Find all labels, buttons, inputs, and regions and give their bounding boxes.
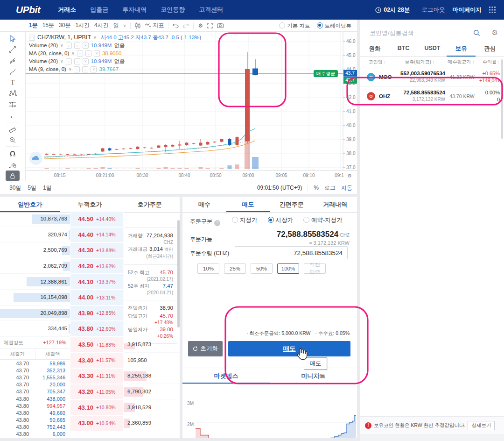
depth-tab[interactable]: 마켓뎁스: [182, 368, 270, 384]
percent-scale-toggle[interactable]: %: [314, 185, 319, 191]
interval-button[interactable]: 4시간: [94, 21, 109, 29]
chart-clock[interactable]: 09:01:50 (UTC+9): [257, 185, 302, 191]
orderbook-tab[interactable]: 누적호가: [60, 197, 119, 212]
bid-price-cell[interactable]: 43.30+11.31%: [70, 368, 124, 384]
ask-price-cell[interactable]: 43.80+12.60%: [70, 321, 124, 337]
ask-row[interactable]: 10,873,763 44.50+14.40%: [0, 211, 124, 227]
market-tab[interactable]: 관심: [476, 41, 504, 57]
brush-tool-icon[interactable]: [7, 66, 19, 78]
xabcd-pattern-tool-icon[interactable]: [7, 88, 19, 100]
quantity-input[interactable]: [235, 246, 348, 259]
basic-chart-radio[interactable]: 기본 차트: [279, 22, 310, 29]
order-type-radio[interactable]: 지정가: [232, 216, 258, 224]
search-icon[interactable]: [473, 29, 480, 36]
header-avg-price[interactable]: 매수평균가 ↕: [445, 59, 477, 65]
zoom-in-tool-icon[interactable]: [7, 135, 19, 146]
ask-row[interactable]: 2,062,709 44.20+13.62%: [0, 258, 124, 274]
order-form-tab[interactable]: 간편주문: [270, 197, 314, 212]
text-tool-icon[interactable]: T: [7, 77, 19, 88]
order-form-tab[interactable]: 거래내역: [314, 197, 357, 212]
market-tab[interactable]: BTC: [389, 41, 418, 57]
bid-price-cell[interactable]: 43.10+10.80%: [70, 399, 124, 415]
interval-button[interactable]: 15분: [42, 21, 54, 29]
undo-icon[interactable]: [173, 23, 179, 28]
bid-price-cell[interactable]: 43.50+11.83%: [70, 337, 124, 353]
bid-row[interactable]: 43.40+11.57% 105,950: [70, 353, 180, 369]
notice-detail-button[interactable]: 상세보기: [468, 421, 495, 430]
orderbook-scrollbar[interactable]: [177, 220, 180, 327]
order-type-radio[interactable]: 예약-지정가: [303, 216, 343, 224]
range-button[interactable]: 30일: [9, 184, 21, 192]
bid-row[interactable]: 43.10+10.80% 3,918,529: [70, 399, 180, 415]
interval-button[interactable]: 1시간: [75, 21, 90, 29]
nav-item[interactable]: 투자내역: [122, 6, 147, 14]
forecast-tool-icon[interactable]: [7, 99, 19, 110]
order-form-tab[interactable]: 매수: [182, 197, 226, 212]
market-tab[interactable]: 보유: [447, 41, 476, 57]
depth-tab[interactable]: 미니차트: [270, 368, 357, 384]
orderbook-tab[interactable]: 호가주문: [120, 197, 180, 212]
hide-drawings-lock-icon[interactable]: [6, 171, 20, 181]
header-holding[interactable]: 보유(평가금) ↕: [394, 59, 445, 65]
help-icon[interactable]: ?: [214, 220, 220, 226]
ruler-tool-icon[interactable]: [7, 123, 19, 135]
interval-button[interactable]: 1분: [29, 21, 38, 29]
interval-button[interactable]: 일: [113, 21, 119, 29]
ask-price-cell[interactable]: 44.10+13.37%: [70, 274, 124, 290]
coin-search-input[interactable]: [369, 29, 473, 37]
ask-price-cell[interactable]: 44.50+14.40%: [70, 211, 124, 227]
mypage-link[interactable]: 마이페이지: [453, 6, 482, 14]
orderbook-tab[interactable]: 일반호가: [0, 197, 60, 212]
coin-row[interactable]: M MOO 552,003.59076534 22,963,349 KRW 41…: [360, 68, 504, 87]
nav-item[interactable]: 입출금: [90, 6, 108, 14]
trend-line-tool-icon[interactable]: [7, 44, 19, 56]
upbit-logo[interactable]: UPbit: [16, 4, 40, 15]
bid-row[interactable]: 43.30+11.31% 8,259,188: [70, 368, 180, 384]
interval-button[interactable]: 30분: [59, 21, 70, 29]
drawing-lock-icon[interactable]: [7, 159, 19, 170]
sidebar-settings-gear-icon[interactable]: ⚙: [492, 28, 498, 37]
coin-row[interactable]: O OHZ 72,588.85583524 3,172,132 KRW 43.7…: [360, 87, 504, 106]
percent-button[interactable]: 50%: [251, 263, 273, 274]
header-coin-name[interactable]: 코인명 ↕: [360, 59, 394, 65]
market-tab[interactable]: USDT: [418, 41, 447, 57]
bid-row[interactable]: 43.00+10.54% 2,360,859: [70, 415, 180, 431]
bid-price-cell[interactable]: 43.40+11.57%: [70, 353, 124, 369]
range-button[interactable]: 5일: [28, 184, 36, 192]
ask-row[interactable]: 334,445 43.80+12.60%: [0, 321, 124, 337]
ask-price-cell[interactable]: 43.90+12.85%: [70, 306, 124, 321]
ask-price-cell[interactable]: 44.40+14.14%: [70, 227, 124, 243]
candlestick-chart[interactable]: 46.045.044.043.042.041.040.039.038.037.0…: [26, 32, 357, 181]
chart-settings-gear-icon[interactable]: ⚙: [198, 22, 203, 29]
percent-button[interactable]: 25%: [224, 263, 246, 274]
ask-row[interactable]: 12,388,861 44.10+13.37%: [0, 274, 124, 290]
nav-item[interactable]: 코인동향: [161, 6, 185, 14]
sell-button[interactable]: 매도: [228, 341, 350, 356]
log-scale-toggle[interactable]: 로그: [324, 184, 336, 192]
order-type-radio[interactable]: 시장가: [268, 216, 294, 224]
reset-button[interactable]: 초기화: [188, 341, 223, 356]
ask-price-cell[interactable]: 44.00+13.11%: [70, 290, 124, 306]
bid-price-cell[interactable]: 43.00+10.54%: [70, 415, 124, 431]
ask-row[interactable]: 16,154,098 44.00+13.11%: [0, 290, 124, 306]
header-return[interactable]: 수익률 ↕: [477, 59, 504, 65]
ask-price-cell[interactable]: 44.20+13.62%: [70, 258, 124, 274]
arrow-mark-tool-icon[interactable]: ←: [7, 110, 19, 121]
ask-row[interactable]: 20,049,898 43.90+12.85%: [0, 306, 124, 321]
magnet-tool-icon[interactable]: [7, 148, 19, 159]
bid-row[interactable]: 43.20+11.05% 6,790,302: [70, 384, 180, 400]
auto-scale-toggle[interactable]: 자동: [341, 184, 352, 192]
cursor-tool-icon[interactable]: [7, 33, 19, 44]
nav-item[interactable]: 고객센터: [199, 6, 223, 14]
percent-button[interactable]: 100%: [277, 263, 299, 274]
logout-link[interactable]: 로그아웃: [422, 6, 445, 14]
market-tab[interactable]: 원화: [360, 41, 389, 57]
bid-price-cell[interactable]: 43.20+11.05%: [70, 384, 124, 400]
fullscreen-icon[interactable]: [207, 23, 213, 28]
ask-row[interactable]: 2,500,769 44.30+13.88%: [0, 242, 124, 258]
order-form-tab[interactable]: 매도: [226, 197, 270, 212]
apps-grid-icon[interactable]: [489, 7, 496, 13]
candle-style-icon[interactable]: [135, 22, 140, 29]
ask-row[interactable]: 320,974 44.40+14.14%: [0, 227, 124, 243]
sidebar-scrollbar[interactable]: [501, 59, 503, 139]
